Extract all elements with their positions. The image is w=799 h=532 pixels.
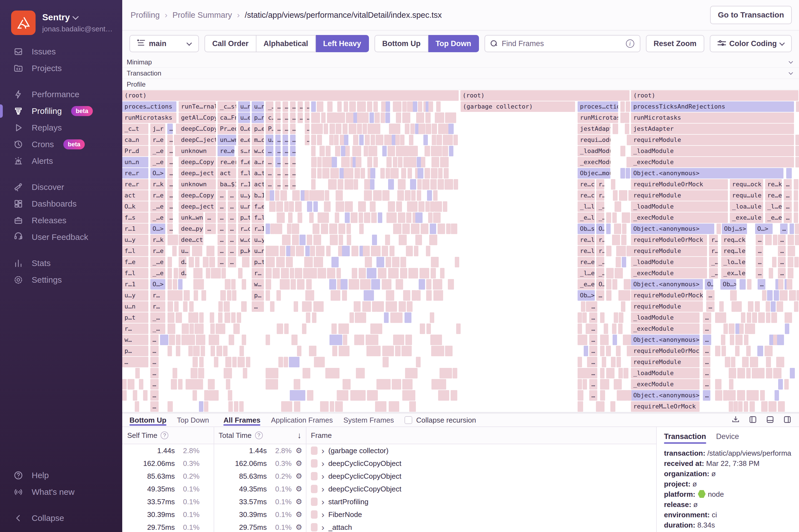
flame-strip[interactable] (602, 357, 606, 367)
sidebar-item-profiling[interactable]: Profilingbeta (0, 103, 122, 119)
flame-frame[interactable]: … (780, 224, 787, 234)
flame-frame[interactable]: u…n (252, 246, 264, 256)
flame-strip[interactable] (583, 335, 587, 345)
flame-frame[interactable]: _ex…le (721, 268, 746, 279)
flame-frame[interactable]: … (228, 246, 236, 256)
sidebar-item-stats[interactable]: Stats (0, 255, 122, 271)
flame-frame[interactable]: _loadModule (631, 257, 707, 267)
flame-frame[interactable]: … (290, 112, 296, 123)
flame-strip[interactable] (331, 290, 340, 301)
flame-strip[interactable] (215, 335, 219, 345)
flame-frame[interactable]: … (589, 346, 598, 356)
flame-frame[interactable]: … (167, 190, 173, 201)
flame-frame[interactable]: … (298, 101, 303, 112)
flame-strip[interactable] (453, 135, 458, 145)
flame-frame[interactable]: _l…e (765, 201, 782, 212)
flame-frame[interactable]: … (282, 179, 288, 190)
flame-strip[interactable] (341, 146, 345, 156)
flame-strip[interactable] (362, 301, 371, 312)
flame-strip[interactable] (201, 346, 205, 356)
flame-strip[interactable] (406, 112, 410, 123)
flame-frame[interactable]: re…r (122, 179, 148, 190)
flame-strip[interactable] (327, 101, 332, 112)
flame-strip[interactable] (286, 246, 291, 256)
flame-frame[interactable]: r… (122, 323, 148, 334)
flame-strip[interactable] (168, 257, 172, 267)
flame-frame[interactable]: _loadModule (631, 368, 699, 378)
flame-strip[interactable] (436, 101, 441, 112)
flame-frame[interactable]: r… (596, 246, 604, 256)
flame-frame[interactable]: _e…le (578, 212, 595, 223)
flame-strip[interactable] (311, 146, 316, 156)
flame-strip[interactable] (334, 135, 339, 145)
flame-strip[interactable] (445, 346, 452, 356)
flame-strip[interactable] (393, 157, 397, 167)
flame-frame[interactable]: … (703, 357, 710, 367)
flame-strip[interactable] (265, 268, 272, 279)
flame-strip[interactable] (284, 323, 289, 334)
flame-strip[interactable] (755, 301, 760, 312)
flame-strip[interactable] (192, 390, 197, 401)
flame-strip[interactable] (420, 323, 425, 334)
flame-strip[interactable] (376, 301, 384, 312)
flame-strip[interactable] (290, 246, 295, 256)
flame-strip[interactable] (430, 201, 434, 212)
flame-strip[interactable] (616, 246, 621, 256)
flame-frame[interactable]: … (756, 235, 763, 245)
flame-strip[interactable] (626, 212, 630, 223)
flame-frame[interactable]: … (275, 112, 281, 123)
flame-strip[interactable] (606, 212, 611, 223)
flame-strip[interactable] (625, 124, 629, 134)
flame-strip[interactable] (725, 357, 730, 367)
flame-frame[interactable]: … (228, 190, 236, 201)
flame-strip[interactable] (225, 279, 230, 290)
flame-strip[interactable] (296, 246, 304, 256)
flame-strip[interactable] (715, 379, 722, 390)
expand-chevron-icon[interactable]: › (321, 472, 324, 480)
flame-strip[interactable] (227, 290, 231, 301)
table-row[interactable]: 1.44s2.8%⚙1.44s2.8%⚙›(garbage collector) (122, 444, 656, 457)
flame-strip[interactable] (733, 401, 738, 412)
flame-strip[interactable] (428, 212, 432, 223)
flame-frame[interactable]: dee…py (179, 224, 203, 234)
flame-strip[interactable] (171, 379, 177, 390)
flame-frame[interactable]: runMicrotasks (122, 112, 176, 123)
flame-frame[interactable]: p…t (238, 212, 250, 223)
flame-strip[interactable] (239, 401, 244, 412)
flame-frame[interactable]: requireModule (631, 135, 794, 145)
flame-frame[interactable]: _… (150, 312, 165, 323)
flame-frame[interactable]: (root) (631, 90, 798, 101)
flame-strip[interactable] (408, 268, 419, 279)
flame-frame[interactable]: … (275, 146, 281, 156)
flame-strip[interactable] (375, 401, 387, 412)
frame-cell[interactable]: ›FiberNode (306, 510, 656, 519)
flame-strip[interactable] (382, 346, 394, 356)
reset-zoom-button[interactable]: Reset Zoom (646, 35, 705, 52)
flame-strip[interactable] (265, 335, 270, 345)
flame-strip[interactable] (336, 190, 343, 201)
download-icon[interactable] (731, 415, 740, 425)
flame-strip[interactable] (451, 224, 457, 234)
flame-strip[interactable] (722, 346, 726, 356)
flame-frame[interactable]: … (305, 101, 310, 112)
flame-strip[interactable] (345, 157, 350, 167)
flame-frame[interactable]: … (228, 224, 236, 234)
flame-strip[interactable] (219, 323, 225, 334)
flame-frame[interactable]: p…t (122, 312, 148, 323)
flame-strip[interactable] (199, 323, 204, 334)
flame-strip[interactable] (378, 212, 382, 223)
flame-strip[interactable] (794, 201, 798, 212)
flame-strip[interactable] (320, 190, 324, 201)
flame-strip[interactable] (324, 124, 328, 134)
flame-strip[interactable] (416, 290, 421, 301)
flame-strip[interactable] (440, 268, 445, 279)
flame-strip[interactable] (358, 335, 364, 345)
flame-frame[interactable]: requireModule (631, 190, 728, 201)
flame-frame[interactable]: … (589, 301, 598, 312)
flame-frame[interactable]: … (589, 379, 598, 390)
flame-strip[interactable] (621, 235, 626, 245)
flame-strip[interactable] (183, 301, 187, 312)
flame-frame[interactable]: … (305, 124, 310, 134)
flame-strip[interactable] (345, 212, 350, 223)
flame-frame[interactable]: f…e (238, 157, 250, 167)
